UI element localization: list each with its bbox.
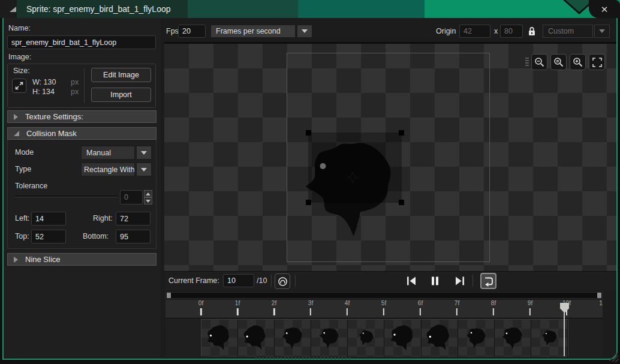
zoom-in-icon (573, 57, 583, 67)
type-dropdown[interactable]: Rectangle With (81, 163, 152, 176)
chevron-right-icon (14, 257, 18, 263)
edit-image-button[interactable]: Edit Image (91, 68, 151, 82)
frame-thumbnail-7[interactable] (458, 320, 495, 357)
image-label: Image: (8, 53, 31, 61)
current-frame-input[interactable] (223, 274, 254, 287)
mask-left-input[interactable] (31, 212, 66, 225)
chevron-down-icon (141, 168, 147, 172)
mask-handle-top-left[interactable] (306, 130, 311, 136)
import-button[interactable]: Import (91, 88, 151, 102)
type-value: Rectangle With (81, 163, 135, 176)
skip-to-end-button[interactable] (452, 275, 466, 287)
playback-mode-dropdown[interactable]: Frames per second (210, 25, 312, 38)
title-bar[interactable]: Sprite: spr_enemy_bird_bat_1_flyLoop (0, 0, 620, 18)
skip-to-start-button[interactable] (404, 275, 419, 287)
scrollbar-left-handle[interactable] (167, 293, 171, 298)
timeline-tick: 0f (198, 300, 203, 315)
timeline-scrollbar[interactable] (165, 292, 603, 299)
mask-handle-top-right[interactable] (399, 130, 404, 136)
collision-mask-label: Collision Mask (26, 129, 77, 138)
tolerance-label: Tolerance (15, 182, 47, 190)
expand-arrows-icon (15, 82, 23, 90)
playback-mode-dropdown-button[interactable] (297, 25, 312, 38)
tolerance-spin-down[interactable] (144, 197, 152, 204)
zoom-reset-icon (553, 57, 564, 67)
timeline-tick: 5f (381, 300, 386, 315)
texture-settings-header[interactable]: Texture Settings: (7, 110, 156, 123)
timeline-tick: 9f (528, 300, 532, 315)
frame-total: /10 (257, 276, 267, 285)
timeline-tick: 2f (272, 300, 276, 315)
onion-skin-button[interactable] (275, 273, 290, 289)
collision-mask-header[interactable]: Collision Mask (7, 127, 156, 140)
playhead-line[interactable] (564, 312, 565, 356)
timeline-tick: 3f (308, 300, 313, 315)
frame-thumbnail-6[interactable] (422, 320, 458, 357)
origin-y-input[interactable] (500, 25, 523, 38)
tolerance-slider[interactable] (15, 195, 117, 197)
mask-right-input[interactable] (116, 212, 151, 225)
size-divider (84, 68, 85, 103)
origin-mode-value: Custom (543, 25, 593, 38)
origin-separator: x (494, 27, 498, 35)
size-label: Size: (13, 67, 30, 75)
zoom-in-button[interactable] (570, 54, 586, 70)
frame-thumbnail-1[interactable] (238, 320, 275, 357)
tolerance-input[interactable] (120, 190, 143, 204)
close-icon: ✕ (601, 5, 609, 14)
spinner-down-icon (146, 200, 151, 203)
scrollbar-right-handle[interactable] (597, 293, 601, 298)
skip-to-end-icon (455, 276, 465, 285)
lock-icon (527, 26, 537, 37)
timeline-ruler[interactable]: 0f1f2f3f4f5f6f7f8f9f10f1 (165, 300, 603, 318)
mask-handle-bottom-right[interactable] (399, 200, 404, 205)
resize-grip-icon[interactable] (604, 348, 619, 362)
collision-mask-rect[interactable] (308, 133, 402, 203)
timeline-tick: 4f (345, 300, 350, 315)
mask-handle-bottom-left[interactable] (306, 200, 311, 205)
timeline-tick-overflow: 1 (599, 300, 603, 307)
playback-mode-value: Frames per second (210, 25, 296, 38)
type-dropdown-button[interactable] (136, 163, 152, 176)
frame-thumbnail-9[interactable] (531, 320, 568, 357)
origin-lock-button[interactable] (526, 23, 538, 39)
frame-thumbnail-2[interactable] (275, 320, 311, 357)
origin-x-input[interactable] (459, 25, 490, 38)
frame-thumbnail-8[interactable] (495, 320, 531, 357)
frame-thumbnail-5[interactable] (384, 320, 421, 357)
type-label: Type (15, 165, 31, 173)
origin-marker[interactable] (347, 172, 358, 183)
spinner-up-icon (146, 192, 151, 195)
sprite-name-input[interactable] (7, 35, 156, 49)
size-expand-button[interactable] (12, 79, 26, 93)
origin-mode-dropdown-button[interactable] (594, 25, 610, 38)
timeline-tick: 8f (491, 300, 496, 315)
fps-input[interactable] (178, 25, 206, 38)
frame-thumbnail-0[interactable] (201, 320, 238, 357)
frame-thumbnail-4[interactable] (348, 320, 384, 357)
mode-label: Mode (15, 148, 34, 157)
origin-mode-dropdown[interactable]: Custom (543, 25, 610, 38)
zoom-reset-button[interactable] (550, 54, 567, 70)
sprite-editor-window: Sprite: spr_enemy_bird_bat_1_flyLoop ✕ N… (0, 0, 620, 364)
width-value: W: 130 (32, 78, 56, 86)
mask-bottom-input[interactable] (116, 230, 151, 243)
collapse-icon[interactable] (10, 7, 16, 12)
mode-dropdown-button[interactable] (136, 146, 152, 160)
pause-button[interactable] (428, 275, 441, 287)
mask-top-input[interactable] (31, 230, 66, 243)
zoom-out-button[interactable] (531, 54, 547, 70)
origin-label: Origin (436, 27, 456, 35)
bottom-drag-handle[interactable] (254, 357, 351, 360)
mode-dropdown[interactable]: Manual (81, 146, 152, 160)
toolbar-grip-icon[interactable] (525, 58, 529, 67)
loop-toggle-button[interactable] (480, 273, 496, 289)
playback-separator (271, 275, 272, 287)
sprite-canvas[interactable] (164, 44, 616, 271)
close-button[interactable]: ✕ (589, 0, 620, 18)
frame-thumbnail-3[interactable] (311, 320, 348, 357)
tolerance-spin-up[interactable] (144, 190, 152, 197)
fit-to-screen-button[interactable] (589, 54, 605, 70)
nine-slice-header[interactable]: Nine Slice (7, 253, 156, 266)
name-label: Name: (8, 24, 31, 32)
